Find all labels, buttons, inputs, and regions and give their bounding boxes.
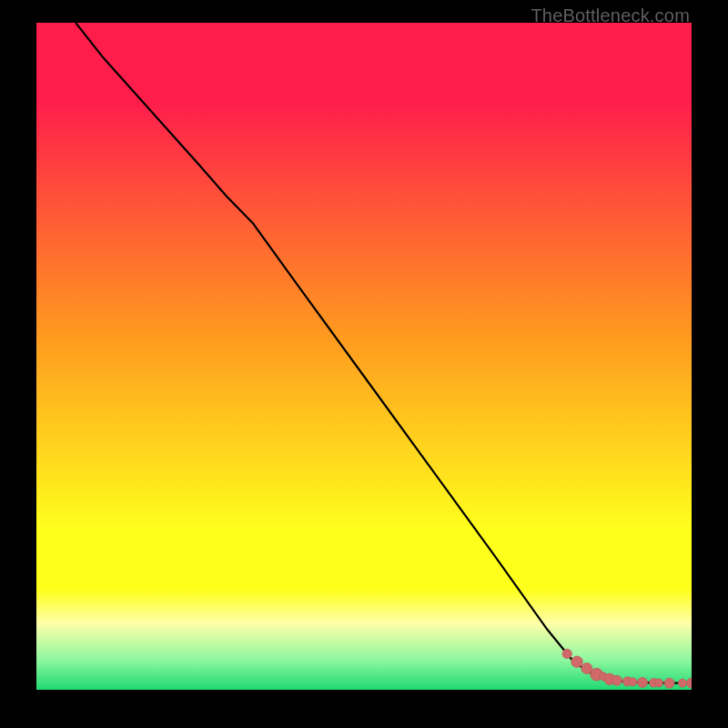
chart-background-gradient (36, 23, 692, 690)
chart-frame (36, 23, 692, 690)
svg-rect-0 (36, 23, 692, 690)
